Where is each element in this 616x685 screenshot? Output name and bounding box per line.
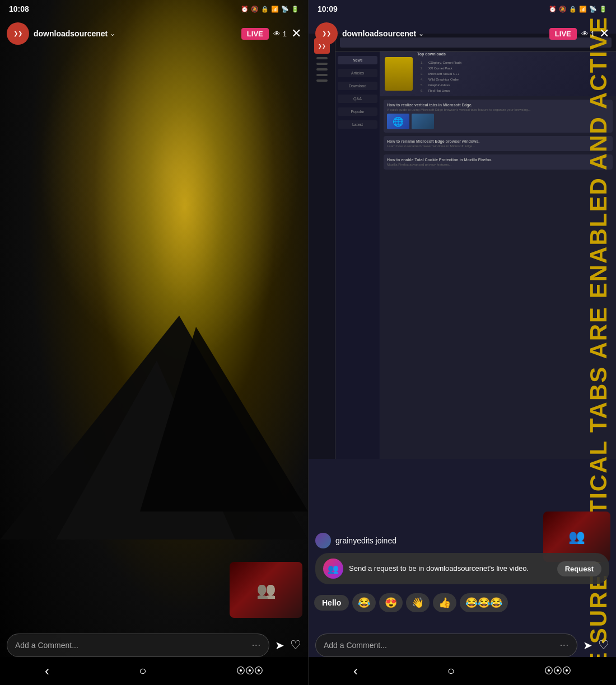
left-viewer-count: 👁 1 — [273, 30, 287, 38]
left-status-icons: ⏰ 🔕 🔒 📶 📡 🔋 — [241, 6, 299, 13]
left-close-button[interactable]: ✕ — [291, 26, 301, 41]
left-bottom-bar: Add a Comment... ··· ➤ ♡ — [0, 634, 308, 657]
thumbs-chip[interactable]: 👍 — [433, 593, 456, 612]
right-brand-logo: ❯❯ — [322, 31, 331, 36]
nav-articles: Articles — [338, 69, 377, 77]
website-sidebar: ❯❯ — [309, 34, 335, 459]
right-send-icon[interactable]: ➤ — [583, 639, 592, 652]
left-back-button[interactable]: ‹ — [45, 663, 49, 679]
request-text: Send a request to be in downloadsourcene… — [349, 564, 552, 574]
list-num-3: 3. — [421, 72, 426, 76]
sidebar-divider-4 — [316, 74, 328, 76]
eye-icon: 👁 — [273, 30, 281, 38]
right-battery-icon: 🔋 — [599, 6, 607, 13]
sidebar-divider-3 — [316, 68, 328, 71]
list-item-1: 1. CDipkey, Comet Radit — [421, 60, 608, 65]
left-comment-placeholder: Add a Comment... — [15, 641, 248, 650]
right-heart-icon[interactable]: ♡ — [598, 638, 609, 653]
left-comment-input[interactable]: Add a Comment... ··· — [7, 634, 269, 657]
right-eye-icon: 👁 — [581, 30, 589, 38]
left-panel: 👥 10:08 ⏰ 🔕 🔒 📶 📡 🔋 ❯❯ downloadsourcenet… — [0, 0, 308, 685]
left-username-row: downloadsourcenet ⌄ — [34, 29, 237, 38]
battery-icon: 🔋 — [291, 6, 299, 13]
right-alarm-icon: ⏰ — [549, 6, 557, 13]
sidebar-divider-1 — [316, 57, 328, 59]
signal-icon: 📡 — [281, 6, 289, 13]
website-left-nav: News Articles Download Q&A Popular Lates… — [335, 51, 380, 459]
list-label-6: Red Hat Linux — [428, 89, 608, 92]
list-num-1: 1. — [421, 61, 426, 64]
list-num-5: 5. — [421, 83, 426, 87]
website-download-list: 1. CDipkey, Comet Radit 2. XR Comet Pack… — [417, 58, 612, 96]
brand-logo: ❯❯ — [13, 31, 22, 36]
joined-text: grainyedits joined — [335, 536, 396, 545]
right-viewer-count: 👁 1 — [581, 30, 595, 38]
lock-icon: 🔒 — [261, 6, 269, 13]
list-item-5: 5. Graphic-Glass — [421, 82, 608, 88]
website-main: News Articles Download Q&A Popular Lates… — [335, 34, 616, 459]
left-header: ❯❯ downloadsourcenet ⌄ LIVE 👁 1 ✕ — [0, 18, 308, 49]
nav-qa: Q&A — [338, 95, 377, 103]
right-panel: ❯❯ News Articles Download Q&A Popular La… — [308, 0, 616, 685]
list-item-3: 3. Microsoft Visual C++ — [421, 71, 608, 77]
right-bottom-bar: Add a Comment... ··· ➤ ♡ — [309, 634, 616, 657]
request-button[interactable]: Request — [557, 561, 601, 576]
right-dropdown-chevron-icon[interactable]: ⌄ — [418, 30, 424, 37]
wave-chip[interactable]: 👋 — [406, 593, 430, 612]
right-wifi-icon: 📶 — [579, 6, 587, 13]
right-mute-icon: 🔕 — [559, 6, 567, 13]
right-status-bar: 10:09 ⏰ 🔕 🔒 📶 📡 🔋 — [309, 0, 616, 16]
left-status-bar: 10:08 ⏰ 🔕 🔒 📶 📡 🔋 — [0, 0, 308, 16]
right-comment-dots: ··· — [560, 640, 569, 650]
left-home-button[interactable]: ○ — [139, 664, 146, 678]
right-count: 1 — [591, 30, 595, 38]
left-comment-dots: ··· — [252, 640, 261, 650]
left-count: 1 — [283, 30, 287, 38]
right-menu-button[interactable]: ⦿⦿⦿ — [544, 666, 571, 676]
list-label-3: Microsoft Visual C++ — [428, 72, 608, 76]
wifi-icon: 📶 — [271, 6, 279, 13]
list-num-6: 6. — [421, 89, 426, 92]
left-live-badge: LIVE — [241, 28, 269, 40]
nav-news: News — [338, 56, 377, 64]
website-banner-text: Top downloads 1. CDipkey, Comet Radit 2.… — [417, 52, 612, 96]
right-avatar[interactable]: ❯❯ — [315, 22, 338, 45]
bottom-card-image: 👥 — [230, 562, 302, 618]
left-time: 10:08 — [9, 4, 29, 13]
request-icon: 👥 — [323, 559, 343, 579]
sidebar-divider-5 — [316, 79, 328, 82]
list-num-2: 2. — [421, 67, 426, 70]
nav-latest: Latest — [338, 120, 377, 129]
alarm-icon: ⏰ — [241, 6, 249, 13]
hello-chip[interactable]: Hello — [314, 595, 349, 611]
right-lock-icon: 🔒 — [569, 6, 577, 13]
heart-eyes-chip[interactable]: 😍 — [379, 593, 403, 612]
list-item-2: 2. XR Comet Pack — [421, 65, 608, 71]
list-label-4: Wild Graphics Order — [428, 78, 608, 81]
website-banner-title: Top downloads — [417, 52, 612, 56]
list-item-4: 4. Wild Graphics Order — [421, 77, 608, 82]
left-send-icon[interactable]: ➤ — [275, 639, 284, 652]
live-request-banner: 👥 Send a request to be in downloadsource… — [315, 553, 609, 584]
right-live-badge: LIVE — [549, 28, 577, 40]
laugh3-chip[interactable]: 😂😂😂 — [460, 593, 508, 612]
right-nav-bar: ‹ ○ ⦿⦿⦿ — [309, 657, 616, 685]
right-comment-input[interactable]: Add a Comment... ··· — [315, 634, 577, 657]
website-banner: Top downloads 1. CDipkey, Comet Radit 2.… — [380, 51, 616, 96]
right-back-button[interactable]: ‹ — [353, 663, 358, 679]
nav-popular: Popular — [338, 107, 377, 116]
dropdown-chevron-icon[interactable]: ⌄ — [110, 30, 115, 37]
right-comment-placeholder: Add a Comment... — [324, 641, 556, 650]
right-time: 10:09 — [318, 4, 338, 13]
left-heart-icon[interactable]: ♡ — [290, 638, 301, 653]
left-menu-button[interactable]: ⦿⦿⦿ — [236, 666, 263, 676]
joined-notification: grainyedits joined — [315, 533, 609, 548]
right-close-button[interactable]: ✕ — [599, 26, 609, 41]
website-content: News Articles Download Q&A Popular Lates… — [335, 51, 616, 459]
joined-user-avatar — [315, 533, 331, 548]
left-avatar[interactable]: ❯❯ — [7, 22, 29, 45]
list-label-1: CDipkey, Comet Radit — [428, 61, 608, 64]
right-home-button[interactable]: ○ — [447, 664, 455, 678]
laugh-chip[interactable]: 😂 — [352, 593, 376, 612]
list-label-2: XR Comet Pack — [428, 67, 608, 70]
